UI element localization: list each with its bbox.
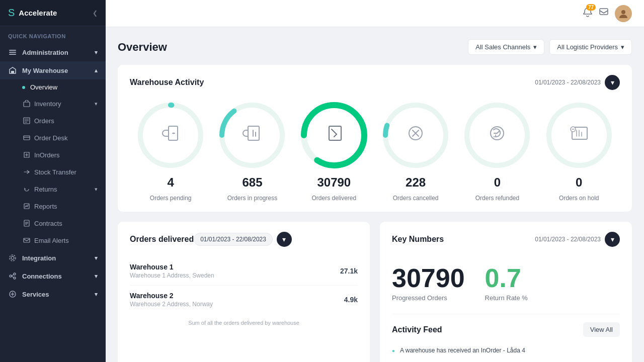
orders-delivered-date-button[interactable]: ▾ xyxy=(277,232,292,247)
svg-rect-4 xyxy=(24,102,30,107)
services-icon xyxy=(8,290,17,299)
svg-rect-9 xyxy=(24,238,30,242)
sidebar-item-order-desk[interactable]: Order Desk xyxy=(0,129,106,146)
page-title: Overview xyxy=(118,41,167,54)
return-rate-label: Return Rate % xyxy=(485,294,528,302)
on-hold-icon xyxy=(569,123,589,147)
warehouse-2-count: 4.9k xyxy=(344,296,358,304)
notification-count: 77 xyxy=(586,4,596,11)
sidebar-item-integration[interactable]: Integration ▾ xyxy=(0,249,106,267)
sidebar-item-administration[interactable]: Administration ▾ xyxy=(0,43,106,61)
connections-icon xyxy=(8,272,17,281)
pending-count: 4 xyxy=(167,175,174,190)
progressed-orders-section: 30790 Progressed Orders xyxy=(392,265,465,302)
orders-delivered-date: 01/01/2023 - 22/08/2023 xyxy=(194,233,273,246)
sidebar-item-services[interactable]: Services ▾ xyxy=(0,285,106,303)
delivered-circle xyxy=(299,100,369,170)
notification-bell-button[interactable]: 77 xyxy=(583,7,593,20)
sidebar-item-stock-transfer[interactable]: Stock Transfer xyxy=(0,163,106,180)
integration-label: Integration xyxy=(22,254,56,262)
warehouse-2-name: Warehouse 2 xyxy=(130,292,213,300)
cancelled-label: Orders cancelled xyxy=(393,195,439,202)
sidebar-item-returns[interactable]: Returns ▾ xyxy=(0,180,106,198)
refunded-icon xyxy=(487,123,507,147)
sidebar-item-inventory[interactable]: Inventory ▾ xyxy=(0,95,106,112)
svg-rect-6 xyxy=(24,136,30,140)
key-numbers-date-button[interactable]: ▾ xyxy=(605,232,620,247)
stat-orders-pending: 4 Orders pending xyxy=(135,100,206,202)
sidebar-item-overview[interactable]: Overview xyxy=(0,79,106,95)
svg-point-16 xyxy=(621,10,625,14)
inventory-chevron: ▾ xyxy=(95,101,98,107)
stat-orders-on-hold: 0 Orders on hold xyxy=(544,100,614,202)
returns-label: Returns xyxy=(34,186,57,193)
warehouse-1-name: Warehouse 1 xyxy=(130,263,214,271)
cancelled-count: 228 xyxy=(406,175,426,190)
sales-channel-chevron: ▾ xyxy=(533,43,537,51)
logistic-provider-filter[interactable]: All Logistic Providers ▾ xyxy=(549,39,632,55)
orders-delivered-card: Orders delivered 01/01/2023 - 22/08/2023… xyxy=(118,222,370,362)
messages-button[interactable] xyxy=(599,7,609,20)
services-label: Services xyxy=(22,291,49,298)
inorders-icon xyxy=(22,150,31,159)
warehouse-activity-date-button[interactable]: ▾ xyxy=(605,75,620,90)
activity-feed-header: Activity Feed View All xyxy=(392,322,620,337)
bottom-row: Orders delivered 01/01/2023 - 22/08/2023… xyxy=(118,222,632,362)
svg-rect-2 xyxy=(9,54,16,55)
overview-dot xyxy=(22,86,25,89)
sidebar-item-connections[interactable]: Connections ▾ xyxy=(0,267,106,285)
svg-point-14 xyxy=(14,277,16,279)
sales-channel-filter[interactable]: All Sales Channels ▾ xyxy=(468,39,544,55)
on-hold-label: Orders on hold xyxy=(559,195,599,202)
user-avatar[interactable] xyxy=(615,5,632,22)
in-progress-icon xyxy=(242,123,262,147)
svg-rect-0 xyxy=(9,50,16,51)
sidebar-collapse-button[interactable]: ❮ xyxy=(93,10,98,17)
pending-icon xyxy=(160,123,181,147)
svg-point-12 xyxy=(10,275,12,277)
return-rate-section: 0.7 Return Rate % xyxy=(485,265,528,302)
sidebar-item-orders[interactable]: Orders xyxy=(0,112,106,129)
on-hold-count: 0 xyxy=(576,175,582,190)
returns-chevron: ▾ xyxy=(95,186,98,193)
key-numbers-body: 30790 Progressed Orders 0.7 Return Rate … xyxy=(392,257,620,310)
warehouse-activity-card: Warehouse Activity 01/01/2023 - 22/08/20… xyxy=(118,65,632,212)
sidebar-header: S Accelerate ❮ xyxy=(0,0,106,26)
services-chevron: ▾ xyxy=(95,291,98,298)
stock-transfer-label: Stock Transfer xyxy=(34,168,76,176)
email-alerts-label: Email Alerts xyxy=(34,237,69,244)
stat-orders-refunded: 0 Orders refunded xyxy=(462,100,532,202)
key-numbers-card: Key Numbers 01/01/2023 - 22/08/2023 ▾ 30… xyxy=(380,222,632,362)
warehouse-1-count: 27.1k xyxy=(340,267,358,275)
topbar-icons: 77 xyxy=(583,5,632,22)
inventory-label: Inventory xyxy=(34,100,61,108)
stat-orders-in-progress: 685 Orders in progress xyxy=(217,100,287,202)
stat-orders-delivered: 30790 Orders delivered xyxy=(299,100,369,202)
sidebar-item-email-alerts[interactable]: Email Alerts xyxy=(0,232,106,249)
pending-circle xyxy=(135,100,206,170)
inventory-icon xyxy=(22,99,31,108)
email-alerts-icon xyxy=(22,236,31,245)
sidebar-item-inorders[interactable]: InOrders xyxy=(0,146,106,163)
topbar: 77 xyxy=(106,0,644,27)
in-progress-circle xyxy=(217,100,287,170)
logistic-provider-label: All Logistic Providers xyxy=(557,43,618,51)
sidebar-item-reports[interactable]: Reports xyxy=(0,198,106,215)
feed-dot-icon: ● xyxy=(392,348,395,353)
my-warehouse-chevron: ▴ xyxy=(95,67,98,74)
key-numbers-header: Key Numbers 01/01/2023 - 22/08/2023 ▾ xyxy=(392,232,620,247)
activity-feed-item: ● A warehouse has received an InOrder - … xyxy=(392,343,620,358)
activity-circles: 4 Orders pending xyxy=(130,100,620,202)
svg-rect-22 xyxy=(248,126,259,140)
logistic-provider-chevron: ▾ xyxy=(621,43,624,51)
warehouse-2-row: Warehouse 2 Warehouse 2 Address, Norway … xyxy=(130,286,358,314)
sidebar-item-contracts[interactable]: Contracts xyxy=(0,215,106,232)
warehouse-2-info: Warehouse 2 Warehouse 2 Address, Norway xyxy=(130,292,213,308)
svg-point-10 xyxy=(11,256,14,259)
sidebar-item-my-warehouse[interactable]: My Warehouse ▴ xyxy=(0,61,106,79)
integration-icon xyxy=(8,253,17,262)
feed-item-text: A warehouse has received an InOrder - Lå… xyxy=(400,347,525,354)
in-progress-label: Orders in progress xyxy=(227,195,277,202)
view-all-button[interactable]: View All xyxy=(583,322,620,337)
warehouse-activity-header: Warehouse Activity 01/01/2023 - 22/08/20… xyxy=(130,75,620,90)
